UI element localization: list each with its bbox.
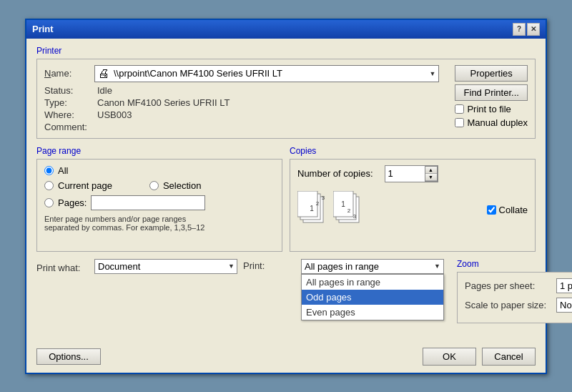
scale-select[interactable]: No Scaling Letter A4 Legal bbox=[556, 298, 572, 313]
ok-button[interactable]: OK bbox=[423, 348, 476, 366]
pages-label: Pages: bbox=[58, 197, 87, 208]
current-page-label: Current page bbox=[58, 180, 112, 191]
printer-section: Printer Name: 🖨 \\prpoint\Canon MF4100 S… bbox=[36, 46, 536, 139]
pages-radio[interactable] bbox=[44, 198, 54, 207]
help-button[interactable]: ? bbox=[513, 23, 526, 36]
page-range-panel: Page range All Current page Selection bbox=[36, 146, 282, 259]
svg-text:2: 2 bbox=[347, 207, 351, 214]
svg-text:1: 1 bbox=[341, 200, 345, 208]
print-what-row: Print what: Document Document properties… bbox=[36, 259, 237, 274]
comment-value bbox=[97, 122, 443, 132]
print-to-file-row: Print to file bbox=[455, 104, 528, 114]
pages-input[interactable] bbox=[91, 195, 205, 210]
svg-rect-2 bbox=[297, 191, 317, 217]
page-stack-icon-1: 1 2 3 bbox=[297, 191, 327, 227]
collate-row: Collate bbox=[487, 205, 528, 215]
footer-right: OK Cancel bbox=[423, 348, 536, 366]
copies-down-button[interactable]: ▼ bbox=[425, 174, 437, 181]
print-range-arrow: ▼ bbox=[434, 263, 440, 270]
dialog-body: Printer Name: 🖨 \\prpoint\Canon MF4100 S… bbox=[26, 39, 546, 343]
current-page-row: Current page Selection bbox=[44, 180, 275, 191]
all-label: All bbox=[58, 165, 68, 176]
all-radio[interactable] bbox=[44, 166, 54, 175]
title-bar-buttons: ? ✕ bbox=[513, 23, 540, 36]
copies-number-row: Number of copies: ▲ ▼ bbox=[297, 165, 528, 182]
pages-per-sheet-select[interactable]: 1 page 2 pages 4 pages 6 pages 8 pages 1… bbox=[556, 278, 572, 293]
dialog-title: Print bbox=[32, 24, 54, 34]
status-label: Status: bbox=[44, 85, 94, 96]
svg-text:1: 1 bbox=[310, 205, 314, 212]
print-range-row: Print: All pages in range ▼ All pages in… bbox=[243, 259, 444, 274]
title-bar: Print ? ✕ bbox=[26, 20, 546, 39]
type-label: Type: bbox=[44, 97, 94, 108]
printer-status-grid: Status: Idle Type: Canon MF4100 Series U… bbox=[44, 85, 443, 132]
printer-section-box: Name: 🖨 \\prpoint\Canon MF4100 Series UF… bbox=[36, 59, 536, 139]
pages-per-sheet-dropdown: 1 page 2 pages 4 pages 6 pages 8 pages 1… bbox=[556, 278, 572, 293]
page-range-label: Page range bbox=[36, 146, 282, 156]
selection-radio[interactable] bbox=[149, 181, 159, 190]
dropdown-item-odd[interactable]: Odd pages bbox=[302, 290, 443, 305]
properties-button[interactable]: Properties bbox=[455, 65, 528, 82]
main-content: Page range All Current page Selection bbox=[36, 146, 536, 259]
printer-right-buttons: Properties Find Printer... Print to file… bbox=[455, 65, 528, 128]
print-options-row: Print what: Document Document properties… bbox=[36, 259, 536, 330]
copies-section-label: Copies bbox=[290, 146, 536, 156]
name-label: Name: bbox=[44, 68, 94, 79]
manual-duplex-label: Manual duplex bbox=[467, 117, 528, 128]
print-dialog: Print ? ✕ Printer Name: 🖨 \\prpoint\Cano… bbox=[25, 19, 547, 374]
page-range-box: All Current page Selection Pages: bbox=[36, 159, 282, 252]
zoom-label: Zoom bbox=[457, 259, 572, 269]
manual-duplex-row: Manual duplex bbox=[455, 117, 528, 128]
pages-per-sheet-row: Pages per sheet: 1 page 2 pages 4 pages … bbox=[465, 278, 572, 293]
where-value: USB003 bbox=[97, 109, 443, 120]
copies-up-button[interactable]: ▲ bbox=[425, 167, 437, 174]
copies-panel: Copies Number of copies: ▲ ▼ bbox=[290, 146, 536, 259]
print-label: Print: bbox=[243, 259, 297, 271]
collate-label: Collate bbox=[499, 205, 528, 215]
print-to-file-label: Print to file bbox=[467, 104, 511, 114]
page-stack-icon-2: 1 2 3 bbox=[333, 191, 363, 227]
copies-spinner: ▲ ▼ bbox=[425, 166, 438, 182]
printer-name-text: \\prpoint\Canon MF4100 Series UFRII LT bbox=[114, 68, 430, 79]
copies-icons: 1 2 3 1 2 3 bbox=[297, 188, 363, 230]
print-to-file-checkbox[interactable] bbox=[455, 104, 464, 114]
where-label: Where: bbox=[44, 109, 94, 120]
scale-row: Scale to paper size: No Scaling Letter A… bbox=[465, 298, 572, 313]
type-value: Canon MF4100 Series UFRII LT bbox=[97, 97, 443, 108]
comment-label: Comment: bbox=[44, 122, 94, 132]
cancel-button[interactable]: Cancel bbox=[482, 348, 536, 366]
collate-area: 1 2 3 1 2 3 bbox=[297, 188, 528, 232]
page-range-hint: Enter page numbers and/or page rangessep… bbox=[44, 215, 275, 232]
printer-dropdown-arrow: ▼ bbox=[430, 70, 436, 77]
manual-duplex-checkbox[interactable] bbox=[455, 118, 464, 127]
close-button[interactable]: ✕ bbox=[527, 23, 540, 36]
copies-number-box: ▲ ▼ bbox=[385, 165, 438, 182]
pages-per-sheet-label: Pages per sheet: bbox=[465, 280, 551, 291]
zoom-box: Pages per sheet: 1 page 2 pages 4 pages … bbox=[457, 272, 572, 323]
print-what-label: Print what: bbox=[36, 260, 90, 273]
dropdown-item-all[interactable]: All pages in range bbox=[302, 275, 443, 290]
scale-label: Scale to paper size: bbox=[465, 300, 551, 310]
copies-box: Number of copies: ▲ ▼ bbox=[290, 159, 536, 252]
copies-number-input[interactable] bbox=[385, 166, 425, 182]
printer-name-select[interactable]: 🖨 \\prpoint\Canon MF4100 Series UFRII LT… bbox=[94, 65, 439, 82]
dialog-footer: Options... OK Cancel bbox=[26, 343, 546, 373]
print-dropdown-container: All pages in range ▼ All pages in range … bbox=[301, 259, 444, 274]
collate-checkbox[interactable] bbox=[487, 205, 496, 215]
options-button[interactable]: Options... bbox=[36, 348, 101, 365]
print-what-dropdown: Document Document properties Document sh… bbox=[94, 259, 237, 274]
printer-name-row: Name: 🖨 \\prpoint\Canon MF4100 Series UF… bbox=[44, 65, 443, 82]
svg-text:3: 3 bbox=[322, 195, 325, 201]
dropdown-item-even[interactable]: Even pages bbox=[302, 305, 443, 320]
printer-section-label: Printer bbox=[36, 46, 536, 56]
selection-label: Selection bbox=[163, 180, 201, 191]
print-what-select[interactable]: Document Document properties Document sh… bbox=[94, 259, 237, 274]
all-radio-row: All bbox=[44, 165, 275, 176]
svg-text:2: 2 bbox=[316, 200, 320, 207]
print-range-display[interactable]: All pages in range ▼ bbox=[301, 259, 444, 274]
print-dropdown-popup: All pages in range Odd pages Even pages bbox=[301, 274, 444, 320]
svg-text:3: 3 bbox=[353, 213, 357, 220]
find-printer-button[interactable]: Find Printer... bbox=[455, 84, 528, 101]
zoom-section: Zoom Pages per sheet: 1 page 2 pages 4 p… bbox=[457, 259, 572, 330]
current-page-radio[interactable] bbox=[44, 181, 54, 190]
